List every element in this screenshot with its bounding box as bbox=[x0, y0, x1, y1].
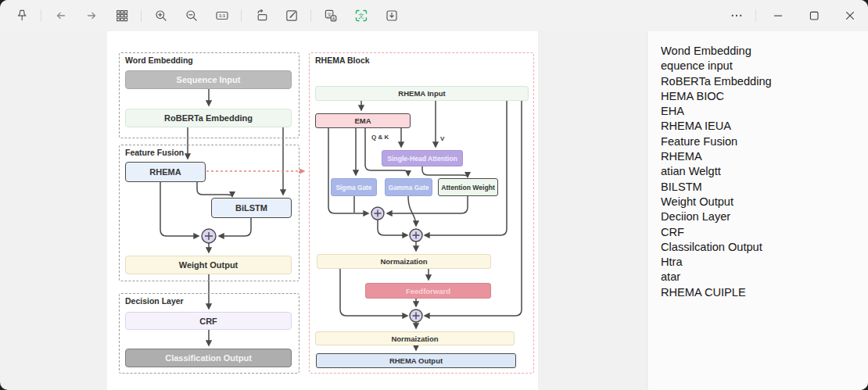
zoom-in-button[interactable] bbox=[145, 4, 176, 27]
grid-icon bbox=[115, 9, 129, 23]
toolbar-divider bbox=[141, 9, 142, 22]
group-label: Decision Layer bbox=[125, 296, 184, 306]
titlebar: 1:1 文 bbox=[0, 0, 868, 31]
close-button[interactable] bbox=[832, 0, 868, 31]
node-rhema-input: RHEMA Input bbox=[315, 86, 529, 101]
toolbar-divider bbox=[241, 9, 242, 22]
node-bilstm: BiLSTM bbox=[211, 198, 292, 218]
node-roberta-embedding: RoBERTa Embedding bbox=[125, 109, 292, 127]
zoom-in-icon bbox=[154, 9, 168, 23]
gallery-button[interactable] bbox=[106, 4, 137, 27]
ocr-result-line[interactable]: Deciion Layer bbox=[661, 209, 860, 224]
actual-size-button[interactable]: 1:1 bbox=[206, 4, 237, 27]
zoom-out-button[interactable] bbox=[176, 4, 206, 27]
ocr-result-line[interactable]: EHA bbox=[661, 104, 860, 119]
node-classification-output: Classification Output bbox=[125, 349, 292, 367]
rotate-icon bbox=[254, 9, 268, 23]
toolbar: 1:1 文 bbox=[0, 4, 407, 27]
app-window: 1:1 文 bbox=[0, 0, 868, 390]
maximize-icon bbox=[807, 9, 821, 23]
toolbar-divider bbox=[41, 9, 41, 22]
window-controls bbox=[721, 0, 868, 31]
close-icon bbox=[843, 9, 857, 23]
ocr-result-panel[interactable]: Wond Embedding equence input RoBERTa Emb… bbox=[647, 31, 868, 390]
download-button[interactable] bbox=[376, 4, 407, 27]
image-canvas: Word Embedding Feature Fusion Decision L… bbox=[107, 31, 538, 390]
edit-icon bbox=[285, 9, 299, 23]
node-feedforward: Feedforward bbox=[365, 283, 491, 299]
ocr-result-line[interactable]: BILSTM bbox=[661, 180, 860, 195]
ocr-result-line[interactable]: Classilcation Output bbox=[661, 240, 860, 255]
back-icon bbox=[54, 9, 68, 23]
ocr-result-line[interactable]: Weight Output bbox=[661, 195, 860, 209]
download-icon bbox=[385, 9, 399, 23]
edge-label-qk: Q & K bbox=[371, 134, 389, 141]
more-button[interactable] bbox=[721, 4, 751, 27]
translate-button[interactable]: 文 A bbox=[315, 4, 346, 27]
node-rhema-output: RHEMA Output bbox=[316, 353, 516, 368]
ocr-result-line[interactable]: RHEMA IEUA bbox=[661, 119, 860, 134]
pin-button[interactable] bbox=[6, 4, 37, 27]
minimize-button[interactable] bbox=[760, 0, 796, 31]
actual-size-icon: 1:1 bbox=[215, 9, 229, 23]
zoom-out-icon bbox=[185, 9, 199, 23]
ocr-result-line[interactable]: Wond Embedding bbox=[661, 44, 860, 59]
ocr-glyph: 文 bbox=[358, 13, 364, 20]
edge-label-v: V bbox=[440, 135, 444, 142]
ocr-result-line[interactable]: CRF bbox=[661, 225, 860, 240]
group-label: RHEMA Block bbox=[315, 55, 370, 65]
forward-icon bbox=[84, 9, 99, 23]
maximize-button[interactable] bbox=[796, 0, 832, 31]
node-weight-output: Weight Output bbox=[125, 256, 292, 274]
rotate-button[interactable] bbox=[246, 4, 276, 27]
node-ema: EMA bbox=[315, 113, 411, 128]
ocr-result-line[interactable]: RHEMA CUIPLE bbox=[661, 285, 860, 300]
edit-button[interactable] bbox=[276, 4, 307, 27]
actual-size-label: 1:1 bbox=[218, 13, 224, 18]
ocr-result-line[interactable]: HEMA BIOC bbox=[661, 89, 860, 104]
forward-button[interactable] bbox=[76, 4, 106, 27]
node-normalization-1: Normaization bbox=[317, 254, 491, 269]
ocr-result-line[interactable]: atar bbox=[661, 270, 860, 284]
ocr-icon: 文 bbox=[354, 9, 368, 23]
ocr-result-line[interactable]: Feature Fusion bbox=[661, 134, 860, 149]
minimize-icon bbox=[771, 9, 785, 23]
toolbar-divider bbox=[755, 9, 756, 22]
node-crf: CRF bbox=[125, 312, 292, 330]
more-icon bbox=[730, 9, 744, 23]
back-button[interactable] bbox=[45, 4, 76, 27]
ocr-result-line[interactable]: Htra bbox=[661, 255, 860, 270]
ocr-result-line[interactable]: RHEMA bbox=[661, 149, 860, 164]
toolbar-divider bbox=[310, 9, 311, 22]
ocr-result-line[interactable]: RoBERTa Embedding bbox=[661, 74, 860, 89]
node-rhema: RHEMA bbox=[125, 162, 206, 182]
translate-icon: 文 A bbox=[324, 9, 338, 23]
node-single-head-attention: Single-Head Attention bbox=[382, 150, 463, 166]
pin-icon bbox=[15, 9, 29, 23]
ocr-button[interactable]: 文 bbox=[346, 4, 376, 27]
node-sequence-input: Sequence Input bbox=[125, 70, 292, 89]
node-attention-weight: Attention Weight bbox=[438, 178, 498, 196]
group-label: Word Embedding bbox=[125, 55, 193, 65]
node-normalization-2: Normaization bbox=[315, 331, 515, 345]
node-gamma-gate: Gamma Gate bbox=[385, 178, 432, 196]
node-sigma-gate: Sigma Gate bbox=[331, 178, 377, 196]
ocr-result-line[interactable]: atian Welgtt bbox=[661, 164, 860, 179]
group-label: Feature Fusion bbox=[125, 148, 184, 157]
ocr-result-line[interactable]: equence input bbox=[661, 59, 860, 73]
translate-front-glyph: A bbox=[332, 16, 335, 21]
